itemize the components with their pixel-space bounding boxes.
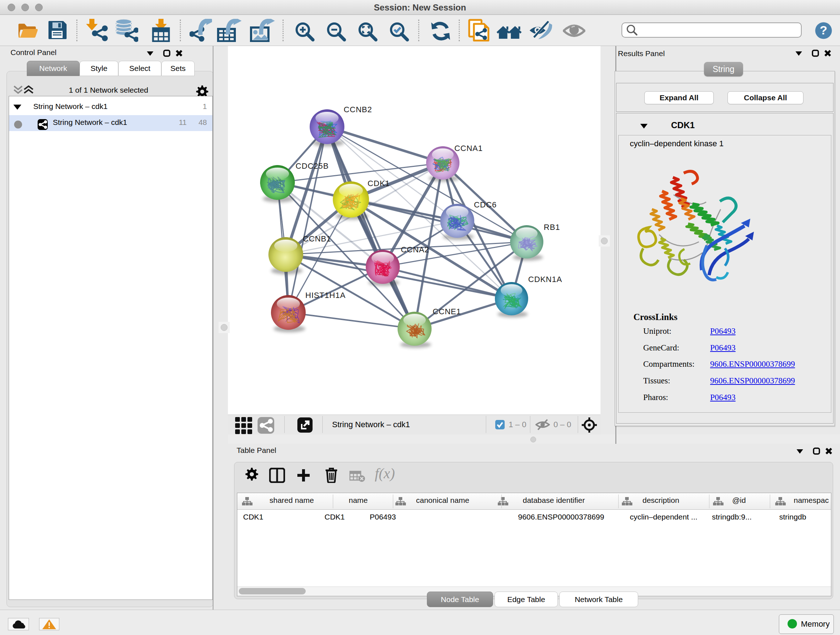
svg-text:HIST1H1A: HIST1H1A [305, 291, 346, 300]
svg-text:CDK1: CDK1 [368, 179, 390, 188]
svg-text:CDC25B: CDC25B [295, 162, 329, 171]
svg-text:CDKN1A: CDKN1A [528, 275, 562, 284]
svg-text:CCNA1: CCNA1 [454, 144, 483, 153]
svg-text:CCNA2: CCNA2 [401, 245, 429, 254]
svg-text:RB1: RB1 [544, 223, 560, 232]
svg-text:CDC6: CDC6 [474, 200, 497, 209]
svg-text:CCNE1: CCNE1 [433, 307, 461, 316]
svg-text:CCNB2: CCNB2 [344, 105, 372, 114]
svg-text:?: ? [820, 23, 827, 37]
svg-text:CCNB1: CCNB1 [303, 234, 332, 243]
